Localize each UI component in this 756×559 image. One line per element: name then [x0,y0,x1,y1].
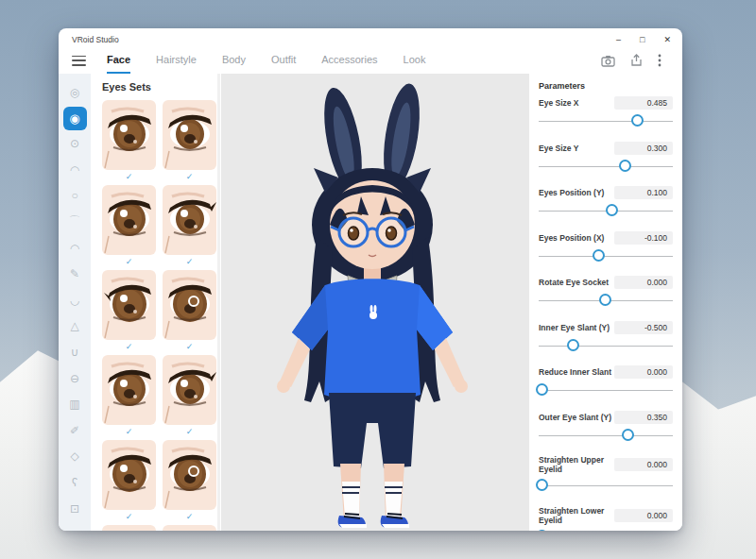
eyeliner-pen-icon[interactable]: ✎ [62,262,87,286]
parameter-slider[interactable] [539,339,673,353]
eye-preset-thumbnail[interactable] [102,525,156,531]
parameter-group: Outer Eye Slant (Y) 0.350 [539,411,673,443]
ear-icon[interactable]: ʕ [62,470,87,495]
parameter-slider[interactable] [539,479,673,493]
eye-preset-thumbnail[interactable] [102,440,156,510]
model-viewport[interactable] [221,74,529,531]
teeth-icon[interactable]: ▥ [62,392,87,416]
tab-outfit[interactable]: Outfit [271,48,296,75]
check-icon: ✓ [102,340,156,355]
face-outline-icon[interactable]: ◎ [62,80,87,105]
makeup-pen-icon[interactable]: ✐ [62,418,87,443]
eye-preset-thumbnail[interactable] [163,185,216,255]
parameter-label: Reduce Inner Slant [539,367,611,377]
slider-knob[interactable] [593,249,605,262]
parameter-slider[interactable] [539,160,673,174]
mouth-icon[interactable]: ∪ [62,340,87,364]
eyebrow-arch-icon[interactable]: ◠ [62,236,87,261]
app-window: VRoid Studio – □ ✕ Face Hairstyle Body O… [59,28,682,531]
parameter-value[interactable]: 0.100 [614,186,673,199]
eyelash-icon[interactable]: ◠ [62,158,87,182]
eye-preset-cell: ✓ [102,355,156,440]
minimize-button[interactable]: – [616,35,621,44]
export-icon[interactable] [630,54,643,67]
check-icon: ✓ [163,170,216,185]
parameter-value[interactable]: 0.000 [614,509,673,522]
maximize-button[interactable]: □ [640,35,644,44]
eye-preset-grid: ✓ ✓ ✓ [102,100,217,531]
eye-preset-cell: ✓ [102,185,156,270]
parameter-value[interactable]: 0.300 [614,142,673,155]
parameter-slider[interactable] [539,429,673,443]
parameter-slider[interactable] [539,383,673,398]
eye-preset-thumbnail[interactable] [163,525,216,531]
panel-title: Eyes Sets [102,81,217,93]
slider-knob[interactable] [599,294,611,306]
parameter-value[interactable]: -0.500 [614,321,673,334]
eye-white-icon[interactable]: ○ [62,183,87,208]
slider-knob[interactable] [567,339,579,351]
parameter-value[interactable]: 0.000 [614,276,673,289]
eye-preset-cell: ✓ [163,185,216,270]
scrollbar[interactable] [217,74,220,531]
tab-body[interactable]: Body [222,48,246,75]
parameter-slider[interactable] [539,249,673,263]
parameter-group: Eye Size X 0.485 [539,96,673,128]
close-button[interactable]: ✕ [663,35,671,44]
slider-knob[interactable] [536,530,548,532]
slider-knob[interactable] [619,160,631,172]
eye-preset-cell: ✓ [163,100,216,185]
tab-accessories[interactable]: Accessories [321,48,377,75]
parameter-slider[interactable] [539,294,673,308]
eye-preset-thumbnail[interactable] [163,355,216,425]
slider-knob[interactable] [606,204,618,216]
parameter-value[interactable]: 0.000 [614,458,673,471]
tab-face[interactable]: Face [107,48,130,75]
eyebrow-icon[interactable]: ⌒ [62,210,87,234]
eye-preset-thumbnail[interactable] [163,440,216,510]
tab-list: Face Hairstyle Body Outfit Accessories L… [107,47,601,74]
parameter-value[interactable]: 0.350 [614,411,673,424]
parameter-label: Eyes Position (Y) [539,188,604,197]
overflow-menu-icon[interactable] [658,54,662,67]
lips-icon[interactable]: ⊖ [62,366,87,391]
eye-preset-thumbnail[interactable] [102,185,156,255]
check-icon: ✓ [102,425,156,440]
slider-track [539,390,673,391]
iris-icon[interactable]: ⊙ [62,131,87,156]
title-bar[interactable]: VRoid Studio – □ ✕ [59,28,682,47]
tab-bar: Face Hairstyle Body Outfit Accessories L… [59,47,682,74]
check-icon: ✓ [163,425,216,440]
slider-knob[interactable] [631,114,644,127]
eyelid-icon[interactable]: ◡ [62,288,87,313]
parameter-value[interactable]: 0.000 [614,365,673,379]
eye-preset-cell: ✓ [163,270,216,355]
expression-icon[interactable]: ⊡ [62,497,87,521]
slider-knob[interactable] [536,479,548,491]
parameters-panel: Parameters Eye Size X 0.485 Eye Size Y 0… [529,74,682,531]
parameter-group: Rotate Eye Socket 0.000 [539,276,673,308]
parameter-group: Straighten Upper Eyelid 0.000 [539,455,673,493]
eye-preset-thumbnail[interactable] [102,100,156,170]
tab-hairstyle[interactable]: Hairstyle [156,48,197,75]
parameter-slider[interactable] [539,114,673,128]
eye-preset-thumbnail[interactable] [102,355,156,425]
tab-look[interactable]: Look [404,48,426,75]
parameter-slider[interactable] [539,530,673,532]
eye-preset-thumbnail[interactable] [163,270,216,340]
eye-preset-cell: ✓ [102,100,156,185]
parameter-label: Rotate Eye Socket [539,278,609,287]
parameter-slider[interactable] [539,204,673,218]
check-icon: ✓ [163,510,216,525]
slider-knob[interactable] [622,429,634,441]
face-shape-icon[interactable]: ◇ [62,444,87,468]
eye-preset-thumbnail[interactable] [102,270,156,340]
parameter-value[interactable]: 0.485 [614,96,673,110]
eye-icon[interactable]: ◉ [63,107,87,130]
slider-knob[interactable] [536,383,548,396]
parameter-value[interactable]: -0.100 [614,231,673,245]
camera-icon[interactable] [601,55,615,67]
nose-icon[interactable]: △ [62,313,87,338]
menu-icon[interactable] [72,56,86,66]
eye-preset-thumbnail[interactable] [163,100,216,170]
